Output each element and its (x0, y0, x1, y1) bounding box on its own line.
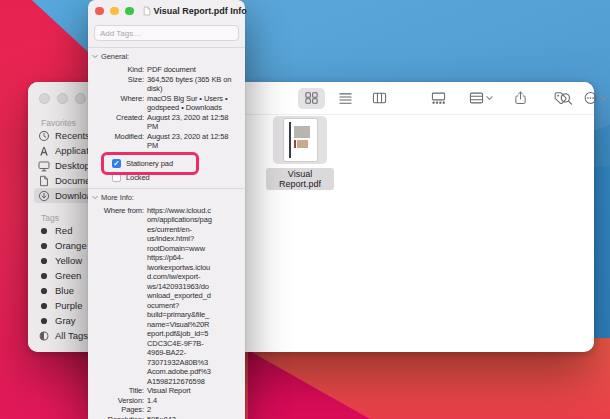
info-row-value: Visual Report (147, 386, 241, 396)
toolbar-button-column-view[interactable] (366, 88, 393, 109)
zoom-button[interactable] (75, 93, 86, 104)
all-tags-icon (38, 330, 50, 342)
file-name-label: Visual Report.pdf (266, 168, 334, 190)
toolbar-button-list-view[interactable] (332, 88, 359, 109)
dot-icon (38, 270, 50, 282)
toolbar-button-grid-view[interactable] (298, 88, 325, 109)
info-row-value: 2 (147, 405, 241, 415)
window-controls (39, 93, 86, 104)
info-row-label: Created: (88, 113, 147, 132)
file-selection-box (273, 116, 327, 164)
toolbar-button-search[interactable] (553, 88, 580, 109)
info-row: Where: macOS Big Sur • Users • godspeed … (88, 94, 241, 113)
dot-icon (38, 255, 50, 267)
info-row: Resolution: 595×842 (88, 415, 241, 419)
desktop-icon (38, 160, 50, 172)
column-view-icon (372, 91, 387, 105)
sidebar-item-label: Desktop (55, 160, 90, 171)
locked-checkbox[interactable] (112, 173, 121, 182)
download-icon (38, 190, 50, 202)
disclosure-triangle-icon[interactable] (92, 54, 98, 59)
document-icon (143, 6, 151, 16)
search-icon (559, 92, 574, 106)
disclosure-triangle-icon[interactable] (92, 195, 98, 200)
info-row: Where from: https://www.icloud.com/appli… (88, 206, 241, 387)
info-row: Modified: August 23, 2020 at 12:58 PM (88, 132, 241, 151)
info-row-label: Pages: (88, 405, 147, 415)
info-row: Version: 1.4 (88, 396, 241, 406)
desktop: Favorites Recents Applications Desktop D… (0, 0, 610, 419)
info-row-label: Where from: (88, 206, 147, 387)
info-row-value: 1.4 (147, 396, 241, 406)
info-row: Title: Visual Report (88, 386, 241, 396)
tags-section-label: Tags (41, 213, 59, 223)
info-panel: Visual Report.pdf Info General: Kind: PD… (88, 0, 245, 419)
finder-toolbar (210, 82, 594, 115)
pdf-thumbnail (283, 118, 318, 162)
info-row-value: August 23, 2020 at 12:58 PM (147, 113, 241, 132)
more-icon (583, 91, 598, 105)
file-visual-report[interactable]: Visual Report.pdf (266, 116, 334, 191)
toolbar-button-gallery-view[interactable] (425, 88, 452, 109)
info-row-label: Modified: (88, 132, 147, 151)
info-row: Size: 364,526 bytes (365 KB on disk) (88, 75, 241, 94)
dot-icon (38, 240, 50, 252)
more-info-section-header: More Info: (88, 189, 245, 205)
grid-view-icon (304, 91, 319, 105)
info-row: Kind: PDF document (88, 65, 241, 75)
sidebar-tag-label: Orange (55, 240, 87, 251)
sidebar-tag-label: Yellow (55, 255, 82, 266)
info-row-label: Size: (88, 75, 147, 94)
info-row-value: 595×842 (147, 415, 241, 419)
favorites-section-label: Favorites (41, 118, 76, 128)
sidebar-tag-label: Purple (55, 300, 82, 311)
toolbar-button-more[interactable] (581, 88, 608, 109)
stationery-pad-label: Stationery pad (126, 159, 173, 168)
share-icon (513, 91, 528, 105)
chevron-down-icon (600, 95, 607, 101)
toolbar-button-share[interactable] (507, 88, 534, 109)
info-row-label: Resolution: (88, 415, 147, 419)
checkbox-area: Stationery pad Locked (88, 153, 245, 188)
app-a-icon (38, 145, 50, 157)
sidebar-tag-label: Blue (55, 285, 74, 296)
info-titlebar: Visual Report.pdf Info (88, 0, 245, 22)
toolbar-button-group-by[interactable] (467, 88, 494, 109)
locked-label: Locked (126, 173, 150, 182)
minimize-button[interactable] (57, 93, 68, 104)
close-button[interactable] (39, 93, 50, 104)
add-tags-input[interactable] (94, 25, 239, 41)
sidebar-tag-label: Gray (55, 315, 76, 326)
info-row-value: macOS Big Sur • Users • godspeed • Downl… (147, 94, 241, 113)
info-row-label: Kind: (88, 65, 147, 75)
info-row-value: 364,526 bytes (365 KB on disk) (147, 75, 241, 94)
dot-icon (38, 285, 50, 297)
gallery-view-icon (431, 91, 446, 105)
info-row-label: Title: (88, 386, 147, 396)
chevron-down-icon (486, 95, 493, 101)
locked-row: Locked (112, 172, 245, 184)
info-row-value: August 23, 2020 at 12:58 PM (147, 132, 241, 151)
clock-icon (38, 130, 50, 142)
stationery-pad-checkbox[interactable] (112, 159, 121, 168)
info-panel-title: Visual Report.pdf Info (143, 6, 247, 16)
info-row-label: Version: (88, 396, 147, 406)
more-info-rows: Where from: https://www.icloud.com/appli… (88, 205, 245, 419)
general-section-header: General: (88, 48, 245, 64)
close-button[interactable] (95, 7, 104, 16)
zoom-button[interactable] (125, 7, 134, 16)
info-row-label: Where: (88, 94, 147, 113)
dot-icon (38, 315, 50, 327)
minimize-button[interactable] (110, 7, 119, 16)
sidebar-tag-label: Red (55, 225, 72, 236)
info-row: Pages: 2 (88, 405, 241, 415)
info-row-value: https://www.icloud.com/applications/page… (147, 206, 213, 387)
info-row-value: PDF document (147, 65, 241, 75)
group-by-icon (469, 91, 484, 105)
list-view-icon (338, 91, 353, 105)
sidebar-tag-label: Green (55, 270, 81, 281)
sidebar-item-label: Recents (55, 130, 90, 141)
dot-icon (38, 300, 50, 312)
info-row: Created: August 23, 2020 at 12:58 PM (88, 113, 241, 132)
stationery-pad-row: Stationery pad (112, 158, 245, 170)
